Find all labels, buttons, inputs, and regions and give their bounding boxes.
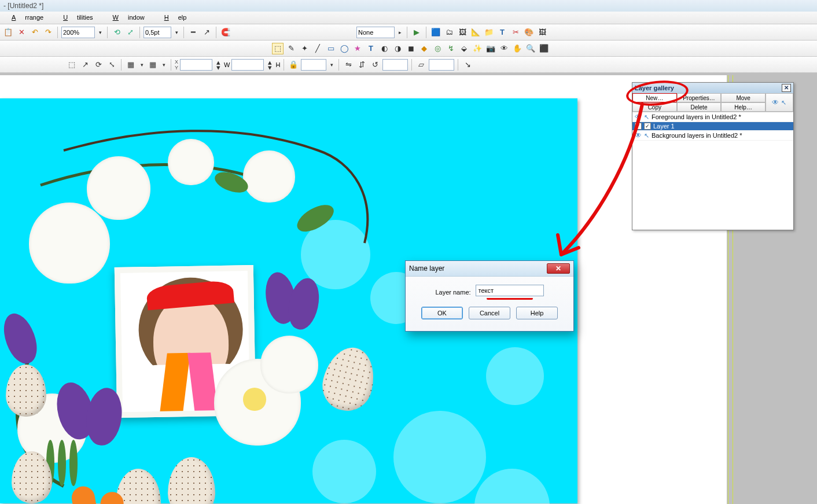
arrow-icon[interactable]: ↖ [644,132,649,139]
layer-help-button[interactable]: Help… [721,102,766,112]
blend-tool-icon[interactable]: ↯ [445,43,457,54]
color-gallery-icon[interactable]: 🟦 [430,27,441,38]
rotate-handles-icon[interactable]: ⟳ [93,59,104,71]
frame-gallery-icon[interactable]: 🖽 [536,27,548,38]
photo-tool-icon[interactable]: 📷 [485,43,496,54]
cancel-button[interactable]: Cancel [469,307,510,319]
rotate-ccw-icon[interactable]: ↺ [369,59,381,71]
extrude-tool-icon[interactable]: ⬛ [538,43,550,54]
editable-column-icon[interactable]: ↖ [781,99,786,106]
eye-icon[interactable]: 👁 [635,131,642,139]
zoom-tool-icon[interactable]: 🔍 [525,43,536,54]
layer-gallery-titlebar[interactable]: Layer gallery ✕ [632,83,793,93]
menu-utilities[interactable]: Utilities [54,13,102,23]
stroke-dropdown-icon[interactable]: ▾ [173,27,180,38]
paste-icon[interactable]: 📋 [2,27,14,38]
layer-gallery-icon[interactable]: 🗂 [443,27,455,38]
edit-points-icon[interactable]: ↗ [79,59,91,71]
ellipse-tool-icon[interactable]: ◯ [338,43,350,54]
eye-icon[interactable]: 👁 [635,113,642,121]
layer-copy-button[interactable]: Copy [632,102,677,112]
shape-tool-icon[interactable]: ✦ [299,43,310,54]
skew-input[interactable] [429,59,454,71]
h-label: H [275,61,280,68]
line-tool-icon[interactable]: ╱ [312,43,323,54]
redo-icon[interactable]: ↷ [42,27,54,38]
delete-icon[interactable]: ✕ [16,27,27,38]
contour-tool-icon[interactable]: ◎ [432,43,443,54]
skew-icon[interactable]: ▱ [415,59,427,71]
layer-gallery-close-button[interactable]: ✕ [782,84,791,92]
redeye-tool-icon[interactable]: 👁 [498,43,510,54]
pos-x-input[interactable] [180,59,212,71]
ok-button[interactable]: OK [421,307,463,319]
clipart-gallery-icon[interactable]: ✂ [510,27,521,38]
canvas[interactable] [0,75,727,504]
grid2-dropdown-icon[interactable]: ▾ [160,59,167,71]
fill-gallery-icon[interactable]: 🎨 [523,27,535,38]
grid2-icon[interactable]: ▦ [147,59,159,71]
visible-column-icon[interactable]: 👁 [772,98,779,106]
shadow-tool-icon[interactable]: ◼ [405,43,417,54]
angle-input[interactable] [382,59,408,71]
menu-help[interactable]: Help [155,13,196,23]
w-spin-down-icon[interactable]: ▾ [266,65,274,70]
select-bounds-icon[interactable]: ⬚ [66,59,78,71]
line-gallery-icon[interactable]: 📐 [470,27,481,38]
quickshape-tool-icon[interactable]: ★ [352,43,363,54]
scale-input[interactable] [301,59,326,71]
designs-gallery-icon[interactable]: 📁 [483,27,495,38]
liveeffect-tool-icon[interactable]: ✨ [472,43,483,54]
lock-aspect-icon[interactable]: 🔒 [288,59,299,71]
stroke-width-select[interactable] [143,27,171,38]
line-style-icon[interactable]: ━ [187,27,199,38]
help-button[interactable]: Help [516,307,558,319]
undo-icon[interactable]: ↶ [29,27,41,38]
layer-group-foreground[interactable]: 👁 ↖ Foreground layers in Untitled2 * [632,112,793,122]
layer-new-button[interactable]: New… [632,93,677,102]
transparency-tool-icon[interactable]: ◑ [392,43,403,54]
profile-select[interactable] [356,27,395,38]
flip-h-icon[interactable]: ⇋ [343,59,354,71]
freehand-tool-icon[interactable]: ✎ [285,43,297,54]
scale-handles-icon[interactable]: ⤡ [106,59,117,71]
zoom-prev-icon[interactable]: ⟲ [111,27,123,38]
snap-icon[interactable]: 🧲 [220,27,231,38]
play-icon[interactable]: ▶ [411,27,422,38]
arrow-icon[interactable]: ↖ [644,113,649,121]
mould-tool-icon[interactable]: ⬙ [458,43,470,54]
font-gallery-icon[interactable]: T [496,27,508,38]
apply-icon[interactable]: ↘ [462,59,473,71]
zoom-select[interactable] [61,27,95,38]
layer-delete-button[interactable]: Delete [677,102,722,112]
bitmap-gallery-icon[interactable]: 🖼 [457,27,468,38]
zoom-dropdown-icon[interactable]: ▾ [97,27,104,38]
x-spin-down-icon[interactable]: ▾ [214,65,222,70]
dialog-titlebar[interactable]: Name layer ✕ [406,261,573,277]
dialog-close-button[interactable]: ✕ [547,263,570,274]
layer-item-layer1[interactable]: ✓ ✓ Layer 1 [632,122,793,131]
layer-move-button[interactable]: Move [721,93,766,102]
layer-gallery-title-text: Layer gallery [635,84,674,91]
flip-v-icon[interactable]: ⇵ [356,59,367,71]
menu-window[interactable]: Window [104,13,154,23]
menu-arrange[interactable]: Arrange [2,13,53,23]
editable-checkbox[interactable]: ✓ [644,123,651,130]
selector-tool-icon[interactable]: ⬚ [272,43,284,54]
bevel-tool-icon[interactable]: ◆ [418,43,430,54]
zoom-fit-icon[interactable]: ⤢ [124,27,136,38]
profile-dropdown-icon[interactable]: ▸ [396,27,403,38]
grid1-icon[interactable]: ▦ [125,59,137,71]
grid1-dropdown-icon[interactable]: ▾ [138,59,145,71]
layer-properties-button[interactable]: Properties… [677,93,722,102]
layer-group-background[interactable]: 👁 ↖ Background layers in Untitled2 * [632,131,793,141]
fill-tool-icon[interactable]: ◐ [378,43,390,54]
arrow-style-icon[interactable]: ↗ [201,27,212,38]
layer-name-input[interactable] [476,285,544,296]
width-input[interactable] [231,59,264,71]
text-tool-icon[interactable]: T [365,43,377,54]
push-tool-icon[interactable]: ✋ [511,43,523,54]
scale-dropdown-icon[interactable]: ▾ [328,59,335,71]
visible-checkbox[interactable]: ✓ [635,123,642,130]
rectangle-tool-icon[interactable]: ▭ [325,43,337,54]
